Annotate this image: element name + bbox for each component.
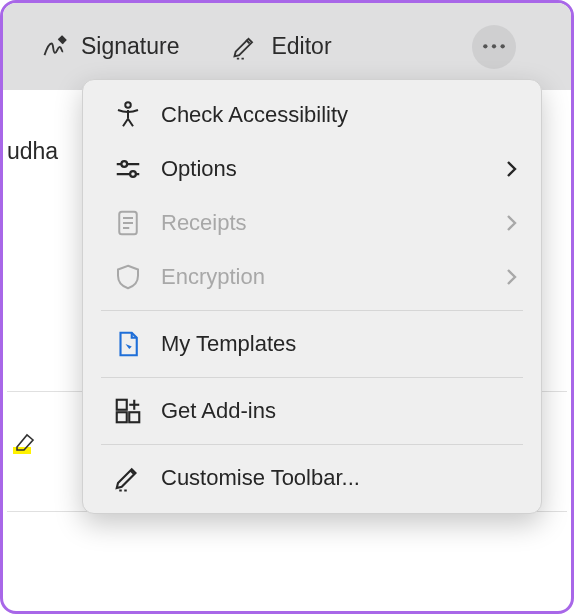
menu-separator [101,377,523,378]
more-button[interactable] [472,25,516,69]
ellipsis-icon [481,42,507,51]
svg-rect-16 [117,400,127,410]
editor-button[interactable]: Editor [231,33,331,61]
options-icon [113,154,143,184]
overflow-menu: Check Accessibility Options Receipts [82,79,542,514]
accessibility-icon [113,100,143,130]
svg-point-2 [500,44,504,48]
svg-rect-18 [129,412,139,422]
pencil-icon [113,463,143,493]
svg-point-9 [121,161,127,167]
templates-icon [113,329,143,359]
svg-point-1 [492,44,496,48]
menu-item-receipts: Receipts [83,196,541,250]
menu-item-label: Get Add-ins [161,398,521,424]
signature-label: Signature [81,33,179,60]
menu-item-label: Customise Toolbar... [161,465,521,491]
menu-item-options[interactable]: Options [83,142,541,196]
svg-point-7 [125,102,131,108]
menu-item-check-accessibility[interactable]: Check Accessibility [83,88,541,142]
ribbon-toolbar: Signature Editor [3,3,571,90]
menu-item-encryption: Encryption [83,250,541,304]
menu-separator [101,310,523,311]
background-text-fragment: udha [7,138,58,165]
editor-label: Editor [271,33,331,60]
svg-point-0 [483,44,487,48]
menu-separator [101,444,523,445]
addins-icon [113,396,143,426]
highlight-icon[interactable] [11,432,41,456]
chevron-right-icon [503,214,521,232]
signature-icon [41,33,69,61]
svg-rect-17 [117,412,127,422]
svg-point-11 [130,171,136,177]
editor-icon [231,33,259,61]
menu-item-label: My Templates [161,331,521,357]
shield-icon [113,262,143,292]
chevron-right-icon [503,160,521,178]
signature-button[interactable]: Signature [41,33,179,61]
menu-item-get-addins[interactable]: Get Add-ins [83,384,541,438]
menu-item-label: Encryption [161,264,485,290]
menu-item-label: Options [161,156,485,182]
menu-item-label: Check Accessibility [161,102,521,128]
menu-item-label: Receipts [161,210,485,236]
menu-item-customise-toolbar[interactable]: Customise Toolbar... [83,451,541,505]
receipt-icon [113,208,143,238]
chevron-right-icon [503,268,521,286]
menu-item-my-templates[interactable]: My Templates [83,317,541,371]
